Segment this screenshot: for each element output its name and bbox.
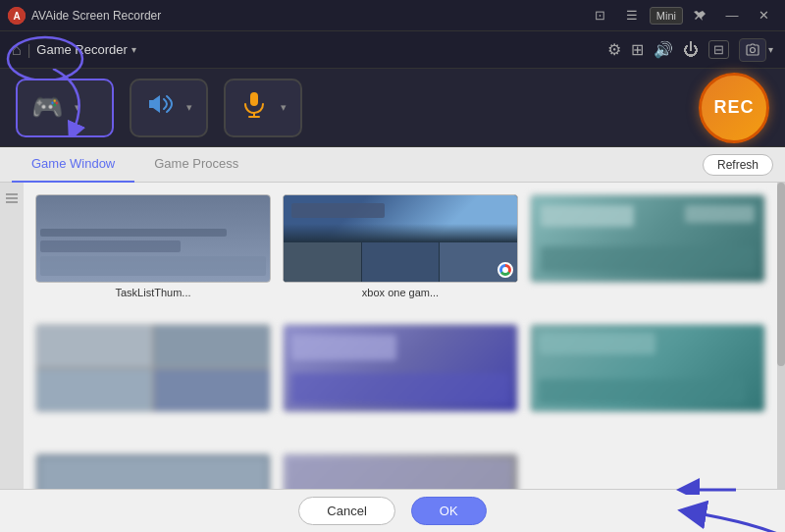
scrollbar[interactable] — [777, 183, 785, 489]
grid-area: TaskListThum... — [0, 183, 785, 489]
audio-chevron-icon[interactable]: ▾ — [186, 101, 192, 114]
nav-icons: ⚙ ⊞ 🔊 ⏻ ⊟ ▾ — [607, 38, 773, 62]
thumb-label: xbox one gam... — [362, 287, 439, 298]
thumb-label: TaskListThum... — [115, 287, 190, 298]
volume-icon[interactable]: 🔊 — [654, 40, 673, 59]
nav-title-text: Game Recorder — [36, 42, 127, 57]
nav-title: Game Recorder ▾ — [36, 42, 135, 57]
pin-btn[interactable] — [687, 5, 714, 27]
titlebar-right: ⊡ ☰ Mini — ✕ — [587, 5, 777, 27]
list-item[interactable] — [530, 194, 765, 312]
minimize-btn[interactable]: — — [718, 5, 746, 27]
thumb-preview — [283, 324, 518, 412]
svg-point-2 — [751, 47, 756, 52]
thumb-preview — [35, 194, 271, 283]
menu-btn[interactable]: ☰ — [618, 5, 646, 27]
settings-icon[interactable]: ⚙ — [607, 40, 621, 59]
camera-chevron-icon[interactable]: ▾ — [768, 44, 773, 55]
thumb-preview — [283, 453, 518, 489]
list-item[interactable]: xbox one gam... — [283, 194, 518, 312]
thumb-preview — [530, 324, 765, 412]
refresh-button[interactable]: Refresh — [703, 154, 773, 176]
rec-btn-container: REC — [699, 73, 769, 143]
close-btn[interactable]: ✕ — [750, 5, 777, 27]
titlebar-left: A AVAide Screen Recorder — [8, 7, 161, 25]
camera-btn[interactable] — [739, 38, 766, 62]
thumb-preview — [530, 194, 765, 283]
nav-bar: ⌂ | Game Recorder ▾ ⚙ ⊞ 🔊 ⏻ ⊟ ▾ — [0, 31, 785, 69]
bottom-bar: Cancel OK — [0, 489, 785, 532]
mic-card[interactable]: ▾ — [224, 79, 302, 137]
camera-group: ▾ — [739, 38, 773, 62]
thumb-preview — [283, 194, 518, 283]
audio-card[interactable]: ▾ — [130, 79, 208, 137]
list-item[interactable] — [530, 324, 765, 442]
main-content: Game Window Game Process Refresh — [0, 147, 785, 532]
rec-label: REC — [713, 97, 754, 118]
nav-separator: | — [27, 42, 31, 58]
caption-btn[interactable]: ⊡ — [587, 5, 614, 27]
thumb-preview — [35, 324, 271, 412]
game-card[interactable]: 🎮 ▾ — [16, 79, 114, 137]
list-item[interactable] — [283, 453, 518, 489]
thumb-preview — [35, 453, 271, 489]
mini-button[interactable]: Mini — [650, 7, 683, 25]
tab-game-process[interactable]: Game Process — [134, 147, 258, 183]
list-item[interactable]: TaskListThum... — [35, 194, 271, 312]
title-bar: A AVAide Screen Recorder ⊡ ☰ Mini — ✕ — [0, 0, 785, 31]
list-item[interactable] — [283, 324, 518, 442]
power-icon[interactable]: ⏻ — [683, 41, 699, 59]
game-chevron-icon[interactable]: ▾ — [75, 101, 80, 114]
tab-game-window[interactable]: Game Window — [12, 147, 134, 183]
window-grid: TaskListThum... — [24, 183, 777, 489]
tab-bar: Game Window Game Process Refresh — [0, 147, 785, 183]
rec-button[interactable]: REC — [699, 73, 769, 143]
app-logo: A — [8, 7, 26, 25]
svg-rect-4 — [250, 92, 258, 106]
mic-icon — [239, 89, 269, 126]
grid-icon[interactable]: ⊞ — [631, 40, 644, 59]
app-title: AVAide Screen Recorder — [31, 9, 161, 23]
bottom-arrow-annotation — [594, 483, 785, 532]
svg-text:A: A — [13, 11, 20, 22]
ok-button[interactable]: OK — [411, 497, 487, 525]
list-item[interactable] — [35, 324, 271, 442]
toolbar: 🎮 ▾ ▾ ▾ REC — [0, 69, 785, 147]
display-icon[interactable]: ⊟ — [708, 40, 729, 59]
game-icon: 🎮 — [31, 92, 63, 123]
home-icon[interactable]: ⌂ — [12, 41, 22, 59]
nav-chevron-icon[interactable]: ▾ — [131, 44, 136, 55]
list-item[interactable] — [35, 453, 271, 489]
audio-icon — [145, 89, 175, 126]
game-card-wrapper: 🎮 ▾ — [16, 79, 114, 137]
mic-chevron-icon[interactable]: ▾ — [281, 101, 287, 114]
side-menu[interactable] — [0, 183, 24, 489]
cancel-button[interactable]: Cancel — [298, 497, 394, 525]
